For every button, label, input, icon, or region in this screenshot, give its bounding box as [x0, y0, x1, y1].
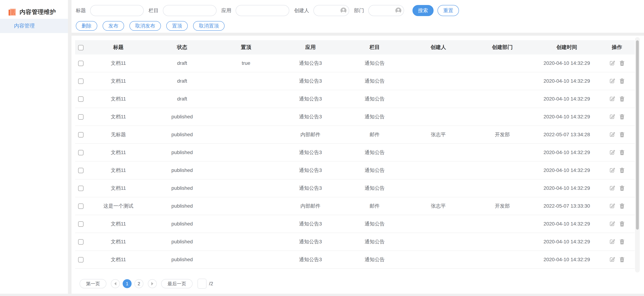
filter-field: 栏目 — [148, 5, 216, 16]
cell-created-at: 2020-04-10 14:32:29 — [534, 185, 599, 191]
edit-icon — [609, 149, 615, 156]
row-edit-button[interactable] — [609, 60, 615, 66]
search-button[interactable]: 搜索 — [412, 5, 434, 16]
trash-icon — [619, 221, 625, 227]
row-checkbox[interactable] — [78, 239, 84, 245]
cell-title: 文档11 — [86, 185, 150, 192]
cell-title: 文档11 — [86, 113, 150, 120]
row-select-cell — [75, 257, 86, 263]
row-checkbox[interactable] — [78, 257, 84, 263]
sidebar-item-content-management[interactable]: 内容管理 — [0, 19, 68, 33]
row-actions-cell — [599, 239, 635, 245]
row-actions-cell — [599, 256, 635, 263]
table-scrollbar-track[interactable] — [635, 37, 640, 273]
column-header: 栏目 — [343, 44, 406, 51]
row-delete-button[interactable] — [619, 185, 625, 191]
row-checkbox[interactable] — [78, 150, 84, 155]
row-select-cell — [75, 132, 86, 138]
row-delete-button[interactable] — [619, 203, 625, 209]
edit-icon — [609, 221, 615, 227]
row-delete-button[interactable] — [619, 60, 625, 66]
row-edit-button[interactable] — [609, 149, 615, 156]
sidebar-item-label: 内容管理 — [14, 22, 35, 29]
cell-column: 通知公告 — [343, 220, 406, 227]
row-edit-button[interactable] — [609, 256, 615, 263]
bulk-action-button-2[interactable]: 发布 — [103, 21, 124, 31]
cell-status: published — [150, 239, 214, 245]
bulk-action-button-3[interactable]: 取消发布 — [130, 21, 161, 31]
cell-title: 文档11 — [86, 78, 150, 84]
row-select-cell — [75, 239, 86, 245]
filter-field-label: 应用 — [221, 7, 231, 14]
row-checkbox[interactable] — [78, 132, 84, 138]
row-edit-button[interactable] — [609, 185, 615, 191]
bulk-action-button-5[interactable]: 取消置顶 — [193, 21, 224, 31]
row-edit-button[interactable] — [609, 221, 615, 227]
cell-column: 邮件 — [343, 131, 406, 138]
row-delete-button[interactable] — [619, 221, 625, 227]
cell-status: published — [150, 203, 214, 209]
row-actions-cell — [599, 203, 635, 209]
page-number-button-1[interactable]: 1 — [123, 279, 132, 288]
row-edit-button[interactable] — [609, 239, 615, 245]
row-checkbox[interactable] — [78, 96, 84, 102]
table-row: 文档11published通知公告3通知公告2020-04-10 14:32:2… — [75, 251, 635, 269]
row-checkbox[interactable] — [78, 114, 84, 120]
row-actions-cell — [599, 167, 635, 173]
cell-title: 文档11 — [86, 60, 150, 67]
row-checkbox[interactable] — [78, 168, 84, 173]
filter-input-2[interactable] — [163, 5, 216, 16]
page-number-button-2[interactable]: 2 — [134, 279, 144, 288]
reset-button[interactable]: 重置 — [438, 5, 459, 16]
row-actions-cell — [599, 131, 635, 138]
cell-created-at: 2020-04-10 14:32:29 — [534, 239, 599, 245]
table-row: 这是一个测试published内部邮件邮件张志平开发部2022-05-07 13… — [75, 197, 635, 215]
last-page-button[interactable]: 最后一页 — [161, 279, 192, 288]
filter-input-3[interactable] — [236, 5, 289, 16]
select-all-checkbox[interactable] — [78, 45, 84, 50]
bulk-action-button-1[interactable]: 删除 — [76, 21, 97, 31]
filter-input-1[interactable] — [90, 5, 144, 16]
page-jump-input[interactable] — [198, 279, 206, 289]
column-header: 创建人 — [406, 44, 470, 51]
cell-department: 开发部 — [470, 203, 534, 209]
row-edit-button[interactable] — [609, 131, 615, 138]
main-area: 标题栏目应用创建人部门搜索 重置 删除发布取消发布置顶取消置顶 标题状态置顶应用… — [72, 0, 644, 33]
row-delete-button[interactable] — [619, 256, 625, 263]
row-checkbox[interactable] — [78, 186, 84, 191]
row-checkbox[interactable] — [78, 203, 84, 209]
cell-status: published — [150, 221, 214, 227]
row-checkbox[interactable] — [78, 61, 84, 66]
row-delete-button[interactable] — [619, 96, 625, 102]
filter-field: 创建人 — [294, 5, 349, 16]
row-edit-button[interactable] — [609, 78, 615, 84]
toolbar-card: 标题栏目应用创建人部门搜索 重置 删除发布取消发布置顶取消置顶 — [72, 0, 644, 33]
next-page-button[interactable] — [148, 279, 157, 288]
row-delete-button[interactable] — [619, 131, 625, 138]
trash-icon — [619, 256, 625, 263]
row-delete-button[interactable] — [619, 114, 625, 120]
prev-page-button[interactable] — [111, 279, 120, 288]
cell-app: 通知公告3 — [278, 78, 343, 84]
row-delete-button[interactable] — [619, 149, 625, 156]
page-title: 内容管理维护 — [20, 8, 56, 16]
row-checkbox[interactable] — [78, 221, 84, 227]
row-delete-button[interactable] — [619, 167, 625, 173]
row-delete-button[interactable] — [619, 239, 625, 245]
content-table: 标题状态置顶应用栏目创建人创建部门创建时间操作 文档11drafttrue通知公… — [75, 40, 635, 269]
row-delete-button[interactable] — [619, 78, 625, 84]
row-edit-button[interactable] — [609, 114, 615, 120]
cell-created-at: 2022-05-07 13:33:30 — [534, 203, 599, 209]
first-page-button[interactable]: 第一页 — [80, 279, 106, 288]
column-header: 置顶 — [214, 44, 278, 51]
column-header: 状态 — [150, 44, 214, 51]
row-edit-button[interactable] — [609, 203, 615, 209]
trash-icon — [619, 60, 625, 66]
row-edit-button[interactable] — [609, 96, 615, 102]
row-edit-button[interactable] — [609, 167, 615, 173]
trash-icon — [619, 203, 625, 209]
cell-created-at: 2020-04-10 14:32:29 — [534, 60, 599, 66]
table-scrollbar-thumb[interactable] — [636, 40, 639, 230]
row-checkbox[interactable] — [78, 79, 84, 84]
bulk-action-button-4[interactable]: 置顶 — [166, 21, 188, 31]
